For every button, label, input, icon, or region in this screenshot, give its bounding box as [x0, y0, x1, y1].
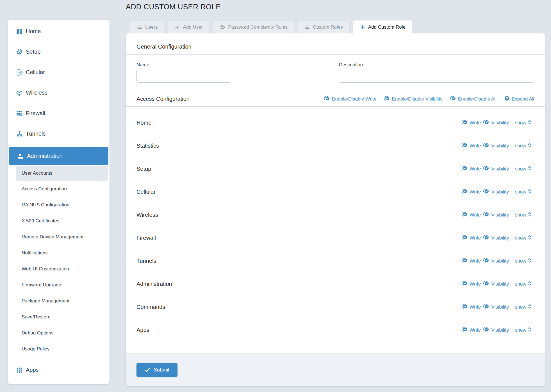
- check-circle-icon: [483, 188, 489, 195]
- visibility-toggle[interactable]: Visibility: [483, 142, 509, 149]
- show-expander[interactable]: show: [515, 120, 532, 126]
- tab-add-custom-role[interactable]: Add Custom Role: [353, 20, 412, 33]
- show-expander[interactable]: show: [515, 304, 532, 310]
- show-expander[interactable]: show: [515, 235, 532, 241]
- write-toggle[interactable]: Write: [462, 234, 481, 241]
- row-label: Administration: [136, 281, 176, 287]
- visibility-toggle[interactable]: Visibility: [483, 165, 509, 172]
- row-label: Tunnels: [136, 258, 160, 264]
- tab-users[interactable]: Users: [130, 20, 164, 33]
- visibility-toggle[interactable]: Visibility: [483, 188, 509, 195]
- visibility-toggle[interactable]: Visibility: [483, 281, 509, 288]
- check-circle-icon: [462, 188, 468, 195]
- write-label: Write: [470, 258, 481, 264]
- sidebar-item-label: Home: [26, 28, 41, 35]
- show-label: show: [515, 258, 526, 264]
- write-toggle[interactable]: Write: [462, 304, 481, 311]
- check-circle-icon: [483, 211, 489, 218]
- submit-button[interactable]: Submit: [136, 363, 177, 377]
- list-icon: [137, 24, 142, 30]
- show-expander[interactable]: show: [515, 258, 532, 264]
- subitem-remote-device-management[interactable]: Remote Device Management: [8, 229, 110, 245]
- divider: [160, 192, 457, 192]
- visibility-toggle[interactable]: Visibility: [483, 304, 509, 311]
- tab-add-user[interactable]: Add User: [168, 20, 210, 33]
- show-expander[interactable]: show: [515, 327, 532, 333]
- sidebar-item-wireless[interactable]: Wireless: [8, 83, 110, 103]
- access-row-tunnels: Tunnels Write Visibility show: [126, 249, 545, 272]
- visibility-toggle[interactable]: Visibility: [483, 257, 509, 265]
- visibility-toggle[interactable]: Visibility: [483, 234, 509, 241]
- access-row-firewall: Firewall Write Visibility show: [126, 226, 545, 249]
- check-circle-icon: [462, 234, 468, 241]
- name-label: Name: [136, 62, 231, 68]
- show-expander[interactable]: show: [515, 281, 532, 287]
- show-expander[interactable]: show: [515, 166, 532, 172]
- sidebar-item-tunnels[interactable]: Tunnels: [8, 124, 110, 144]
- sidebar-item-firewall[interactable]: Firewall: [8, 103, 110, 124]
- tab-password-complexity-rules[interactable]: Password Complexity Rules: [213, 20, 294, 33]
- wifi-icon: [16, 89, 23, 97]
- write-toggle[interactable]: Write: [462, 119, 481, 126]
- divider: [162, 215, 457, 215]
- subitem-usage-policy[interactable]: Usage Policy: [8, 341, 110, 357]
- divider: [536, 261, 545, 261]
- sidebar-item-label: Administration: [27, 153, 63, 159]
- write-toggle[interactable]: Write: [462, 281, 481, 288]
- sidebar-item-label: Tunnels: [26, 131, 45, 137]
- enable-disable-write-link[interactable]: Enable/Disable Write: [324, 95, 376, 102]
- subitem-debug-options[interactable]: Debug Options: [8, 325, 110, 341]
- role-name-input[interactable]: [136, 70, 231, 83]
- check-circle-icon: [483, 257, 489, 265]
- subitem-save-restore[interactable]: Save/Restore: [8, 309, 110, 325]
- tab-bar: Users Add User Password Complexity Rules…: [130, 20, 412, 33]
- subitem-web-ui-customization[interactable]: Web UI Customization: [8, 261, 110, 277]
- gear-icon: [16, 48, 23, 56]
- write-toggle[interactable]: Write: [462, 257, 481, 265]
- sidebar-item-administration[interactable]: Administration: [9, 147, 108, 165]
- access-row-setup: Setup Write Visibility show: [126, 157, 545, 180]
- tab-label: Add User: [183, 24, 203, 30]
- sort-chevrons-icon: [528, 235, 532, 241]
- divider: [536, 284, 545, 284]
- role-description-input[interactable]: [339, 70, 534, 83]
- sidebar-item-label: Wireless: [26, 90, 47, 96]
- access-row-commands: Commands Write Visibility show: [126, 295, 545, 318]
- enable-disable-all-link[interactable]: Enable/Disable All: [450, 95, 497, 102]
- subitem-access-configuration[interactable]: Access Configuration: [8, 181, 110, 197]
- visibility-toggle[interactable]: Visibility: [483, 327, 509, 334]
- sidebar-item-apps[interactable]: Apps: [8, 360, 110, 380]
- show-expander[interactable]: show: [515, 143, 532, 149]
- subitem-label: Save/Restore: [22, 314, 51, 320]
- access-row-administration: Administration Write Visibility show: [126, 272, 545, 295]
- write-label: Write: [470, 212, 481, 218]
- sidebar-item-cellular[interactable]: Cellular: [8, 62, 110, 83]
- subitem-firmware-upgrade[interactable]: Firmware Upgrade: [8, 277, 110, 293]
- check-circle-icon: [324, 95, 330, 102]
- show-expander[interactable]: show: [515, 189, 532, 195]
- subitem-notifications[interactable]: Notifications: [8, 245, 110, 261]
- visibility-label: Visibility: [491, 327, 509, 333]
- sidebar-item-setup[interactable]: Setup: [8, 42, 110, 62]
- write-toggle[interactable]: Write: [462, 211, 481, 218]
- write-toggle[interactable]: Write: [462, 188, 481, 195]
- action-label: Enable/Disable Write: [332, 96, 376, 102]
- sort-chevrons-icon: [528, 304, 532, 310]
- visibility-toggle[interactable]: Visibility: [483, 119, 509, 126]
- write-toggle[interactable]: Write: [462, 165, 481, 172]
- subitem-x509-certificates[interactable]: X.509 Certificates: [8, 213, 110, 229]
- subitem-radius-configuration[interactable]: RADIUS Configuration: [8, 197, 110, 213]
- expand-all-link[interactable]: Expand All: [504, 95, 534, 102]
- check-circle-icon: [450, 95, 456, 102]
- sidebar-item-home[interactable]: Home: [8, 21, 110, 42]
- enable-disable-visibility-link[interactable]: Enable/Disable Visibility: [384, 95, 442, 102]
- write-toggle[interactable]: Write: [462, 327, 481, 334]
- show-expander[interactable]: show: [515, 212, 532, 218]
- write-toggle[interactable]: Write: [462, 142, 481, 149]
- subitem-package-management[interactable]: Package Management: [8, 293, 110, 309]
- visibility-toggle[interactable]: Visibility: [483, 211, 509, 218]
- subitem-user-accounts[interactable]: User Accounts: [16, 166, 108, 181]
- check-circle-icon: [462, 281, 468, 288]
- tab-custom-roles[interactable]: Custom Roles: [298, 20, 350, 33]
- write-label: Write: [470, 304, 481, 310]
